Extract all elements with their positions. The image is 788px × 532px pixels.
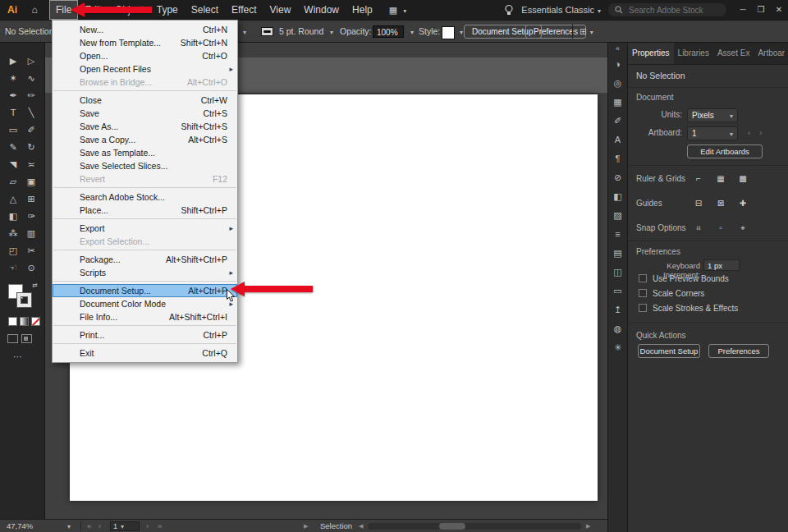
workspace-switcher[interactable]: Essentials Classic xyxy=(521,5,601,15)
preferences-button[interactable]: Preferences xyxy=(525,25,586,39)
layers-panel-icon[interactable]: ◫ xyxy=(608,263,627,282)
menu-help[interactable]: Help xyxy=(346,0,379,20)
none-button[interactable] xyxy=(31,317,40,326)
snap-to-pixel-icon[interactable]: ▫ xyxy=(712,222,729,235)
magic-wand-tool[interactable]: ✶ xyxy=(4,71,22,85)
file-menu-item-search-adobe-stock[interactable]: Search Adobe Stock... xyxy=(53,190,237,204)
rectangle-tool[interactable]: ▭ xyxy=(4,123,22,136)
appearance-panel-icon[interactable]: ≡ xyxy=(608,225,627,244)
units-dropdown[interactable]: Pixels xyxy=(687,108,738,122)
artboard-dropdown[interactable]: 1 xyxy=(687,126,738,140)
pencil-tool[interactable]: ✎ xyxy=(4,140,22,154)
menu-window[interactable]: Window xyxy=(297,0,346,20)
show-grid-icon[interactable]: ▦ xyxy=(712,172,729,186)
graphic-styles-panel-icon[interactable]: ▤ xyxy=(608,244,627,263)
brush-preview[interactable] xyxy=(261,27,273,36)
gradient-panel-icon[interactable]: ◧ xyxy=(608,187,627,206)
zoom-level[interactable]: 47,74% xyxy=(7,521,33,532)
last-artboard-icon[interactable]: » xyxy=(158,521,162,532)
show-guides-icon[interactable]: ⊟ xyxy=(690,197,707,210)
brushes-panel-icon[interactable]: ✐ xyxy=(608,112,627,131)
adobe-stock-search[interactable] xyxy=(608,3,726,16)
file-menu-item-save-as[interactable]: Save As...Shift+Ctrl+S xyxy=(53,120,237,133)
minimize-button[interactable]: ─ xyxy=(734,0,752,20)
menu-effect[interactable]: Effect xyxy=(225,0,263,20)
pen-tool[interactable]: ✒ xyxy=(4,89,22,102)
close-button[interactable]: ✕ xyxy=(770,0,788,20)
width-tool[interactable]: ≍ xyxy=(22,158,40,171)
expand-panels-icon[interactable]: « xyxy=(608,43,627,55)
symbol-sprayer-tool[interactable]: ⁂ xyxy=(4,227,22,240)
zoom-dropdown-caret-icon[interactable] xyxy=(64,521,71,532)
keyboard-increment-field[interactable]: 1 px xyxy=(703,259,740,271)
snap-to-grid-icon[interactable]: ⌗ xyxy=(690,222,707,235)
character-panel-icon[interactable]: A xyxy=(608,131,627,149)
file-menu-item-save-as-template[interactable]: Save as Template... xyxy=(53,146,237,159)
edit-artboards-button[interactable]: Edit Artboards xyxy=(687,144,763,158)
tab-properties[interactable]: Properties xyxy=(628,43,674,64)
home-icon[interactable]: ⌂ xyxy=(25,4,44,16)
zoom-tool[interactable]: ⊙ xyxy=(22,261,40,274)
maximize-button[interactable]: ❐ xyxy=(752,0,770,20)
more-controls-icon[interactable]: ⊞ xyxy=(580,21,593,42)
file-menu-item-print[interactable]: Print...Ctrl+P xyxy=(53,328,237,342)
file-menu-item-document-setup[interactable]: Document Setup...Alt+Ctrl+P xyxy=(53,284,237,297)
dropdown-caret-icon[interactable] xyxy=(456,21,463,42)
file-menu-item-save-selected-slices[interactable]: Save Selected Slices... xyxy=(53,159,237,172)
swatches-panel-icon[interactable]: ▦ xyxy=(608,93,627,112)
scroll-left-icon[interactable]: ◀ xyxy=(359,521,363,532)
next-artboard-icon[interactable]: › xyxy=(759,128,762,137)
direct-selection-tool[interactable]: ▷ xyxy=(22,54,40,67)
symbols-panel-icon[interactable]: ✳ xyxy=(608,338,627,357)
previous-artboard-icon[interactable]: ‹ xyxy=(98,521,101,532)
free-transform-tool[interactable]: ▱ xyxy=(4,175,22,188)
color-guide-panel-icon[interactable]: ◎ xyxy=(608,74,627,93)
line-segment-tool[interactable]: ╲ xyxy=(22,106,40,119)
horizontal-scrollbar[interactable] xyxy=(368,523,581,530)
file-menu-item-file-info[interactable]: File Info...Alt+Shift+Ctrl+I xyxy=(53,310,237,323)
brush-definition-dropdown[interactable]: 5 pt. Round xyxy=(279,21,323,42)
paintbrush-tool[interactable]: ✐ xyxy=(22,123,40,136)
stroke-swatch[interactable] xyxy=(17,293,31,307)
checkbox-scale-corners[interactable] xyxy=(639,289,647,297)
file-menu-item-exit[interactable]: ExitCtrl+Q xyxy=(53,346,237,360)
transparency-panel-icon[interactable]: ▨ xyxy=(608,206,627,225)
artboard-navigation-dropdown[interactable]: 1 xyxy=(110,521,140,531)
smart-guides-icon[interactable]: ✚ xyxy=(735,197,751,210)
file-menu-item-save[interactable]: SaveCtrl+S xyxy=(53,107,237,120)
artboards-panel-icon[interactable]: ▭ xyxy=(608,282,627,300)
mesh-tool[interactable]: ⊞ xyxy=(22,192,40,205)
lasso-tool[interactable]: ∿ xyxy=(22,71,40,85)
file-menu-item-place[interactable]: Place...Shift+Ctrl+P xyxy=(53,204,237,217)
menu-select[interactable]: Select xyxy=(185,0,225,20)
curvature-tool[interactable]: ✏ xyxy=(22,89,40,102)
next-artboard-icon[interactable]: › xyxy=(146,521,149,532)
dropdown-caret-icon[interactable] xyxy=(407,21,414,42)
color-button[interactable] xyxy=(8,317,17,326)
libraries-panel-icon[interactable]: ◍ xyxy=(608,319,627,338)
file-menu-item-open-recent-files[interactable]: Open Recent Files▸ xyxy=(53,62,237,76)
edit-toolbar-icon[interactable]: ⋯ xyxy=(13,351,44,362)
file-menu-item-new-from-template[interactable]: New from Template...Shift+Ctrl+N xyxy=(53,36,237,49)
column-graph-tool[interactable]: ▥ xyxy=(22,227,40,240)
discover-lightbulb-icon[interactable] xyxy=(504,4,514,16)
slice-tool[interactable]: ✂ xyxy=(22,244,40,257)
menu-type[interactable]: Type xyxy=(150,0,185,20)
opacity-value-field[interactable]: 100% xyxy=(373,25,404,38)
checkbox-use-preview-bounds[interactable] xyxy=(639,274,647,282)
file-menu-item-close[interactable]: CloseCtrl+W xyxy=(53,94,237,107)
artboard-tool[interactable]: ◰ xyxy=(4,244,22,257)
swap-fill-stroke-icon[interactable]: ⇄ xyxy=(32,282,38,289)
menu-view[interactable]: View xyxy=(263,0,298,20)
draw-normal-icon[interactable] xyxy=(7,334,18,343)
gradient-tool[interactable]: ◧ xyxy=(4,209,22,222)
shape-builder-tool[interactable]: ▣ xyxy=(22,175,40,188)
tab-libraries[interactable]: Libraries xyxy=(674,43,713,64)
tab-asset-export[interactable]: Asset Ex xyxy=(713,43,754,64)
color-panel-icon[interactable]: ◑ xyxy=(608,55,627,74)
previous-artboard-icon[interactable]: ‹ xyxy=(748,128,750,137)
scroll-right-icon[interactable]: ▶ xyxy=(586,521,590,532)
stroke-panel-icon[interactable]: ⊘ xyxy=(608,168,627,187)
type-tool[interactable]: T xyxy=(4,106,22,119)
quick-action-document-setup-button[interactable]: Document Setup xyxy=(638,344,700,358)
